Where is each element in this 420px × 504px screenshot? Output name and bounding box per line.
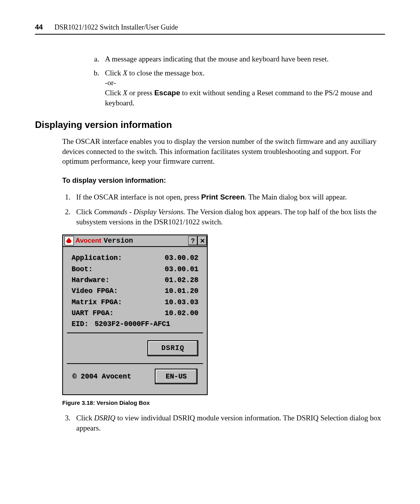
dsriq-button[interactable]: DSRIQ (147, 340, 198, 356)
language-button[interactable]: EN-US (155, 369, 198, 384)
version-row: Hardware:01.02.28 (67, 275, 203, 285)
substep-b: Click X to close the message box. -or- C… (101, 68, 385, 108)
help-icon: ? (191, 237, 195, 245)
version-row: Matrix FPGA:10.03.03 (67, 297, 203, 308)
version-row: Boot:03.00.01 (67, 264, 203, 275)
sub-steps-list: A message appears indicating that the mo… (74, 54, 385, 108)
close-icon: ✕ (200, 237, 205, 245)
avocent-logo-icon (65, 236, 74, 245)
step-2: Click Commands - Display Versions. The V… (72, 207, 385, 227)
dialog-body: Application:03.00.02Boot:03.00.01Hardwar… (63, 247, 207, 394)
step-1: If the OSCAR interface is not open, pres… (72, 192, 385, 202)
version-label: Hardware: (72, 275, 156, 285)
figure-caption: Figure 3.18: Version Dialog Box (62, 399, 385, 407)
version-row: Video FPGA:10.01.20 (67, 285, 203, 296)
version-row: UART FPGA:10.02.00 (67, 308, 203, 318)
page-header: 44 DSR1021/1022 Switch Installer/User Gu… (35, 23, 385, 35)
steps-list: If the OSCAR interface is not open, pres… (62, 192, 385, 227)
copyright-text: © 2004 Avocent (72, 372, 131, 381)
version-label: Application: (72, 253, 156, 262)
version-value: 10.01.20 (156, 286, 198, 296)
steps-list-cont: Click DSRIQ to view individual DSRIQ mod… (62, 413, 385, 433)
version-value: 03.00.01 (156, 264, 198, 274)
close-button[interactable]: ✕ (198, 236, 207, 245)
dialog-footer: © 2004 Avocent EN-US (67, 363, 203, 389)
substep-a: A message appears indicating that the mo… (101, 54, 385, 64)
version-dialog: Avocent Version ? ✕ Application:03.00.02… (62, 234, 208, 395)
dialog-title: Version (103, 236, 188, 245)
version-value: 03.00.02 (156, 253, 198, 262)
procedure-heading: To display version information: (62, 176, 385, 185)
version-label: Boot: (72, 264, 156, 274)
intro-paragraph: The OSCAR interface enables you to displ… (62, 136, 385, 166)
guide-title: DSR1021/1022 Switch Installer/User Guide (54, 23, 178, 32)
version-value: 01.02.28 (156, 275, 198, 285)
version-value: 10.03.03 (156, 298, 198, 307)
eid-row: EID:5203F2-0000FF-AFC1 (67, 318, 203, 333)
dialog-titlebar: Avocent Version ? ✕ (63, 235, 207, 247)
brand-text: Avocent (75, 236, 101, 245)
help-button[interactable]: ? (188, 236, 198, 245)
step-3: Click DSRIQ to view individual DSRIQ mod… (72, 413, 385, 433)
eid-value: 5203F2-0000FF-AFC1 (94, 320, 170, 328)
version-label: UART FPGA: (72, 308, 156, 318)
page-number: 44 (35, 23, 43, 32)
eid-label: EID: (72, 320, 88, 328)
section-heading: Displaying version information (35, 119, 385, 130)
version-value: 10.02.00 (156, 308, 198, 318)
version-label: Video FPGA: (72, 286, 156, 296)
version-label: Matrix FPGA: (72, 298, 156, 307)
version-row: Application:03.00.02 (67, 252, 203, 263)
